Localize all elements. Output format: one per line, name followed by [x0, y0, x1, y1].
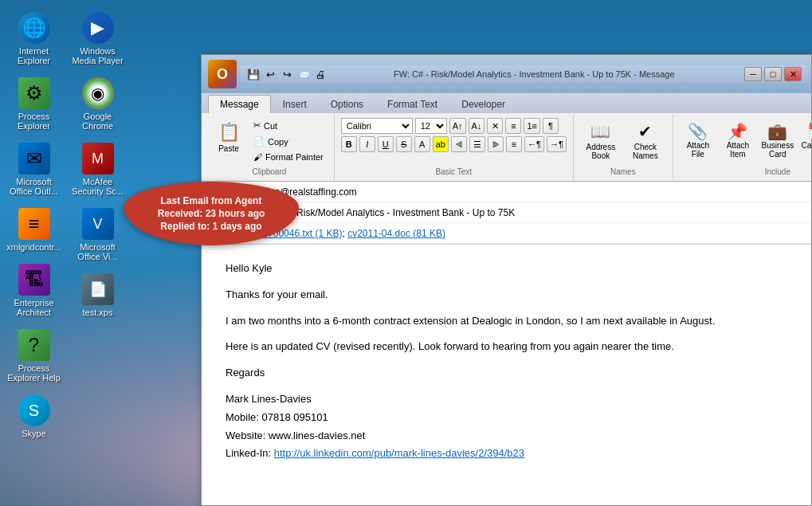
business-card-button[interactable]: 💼 Business Card — [759, 118, 796, 163]
copy-icon: 📄 — [253, 136, 265, 147]
testxps-label: test.xps — [70, 308, 126, 317]
office-vi-label: Microsoft Office Vi... — [70, 242, 126, 261]
office-logo[interactable]: O — [208, 60, 237, 88]
process-help-label: Process Explorer Help — [6, 363, 62, 382]
indent-increase-button[interactable]: →¶ — [547, 136, 567, 152]
justify-button[interactable]: ≡ — [506, 136, 522, 152]
outlook-label: Microsoft Office Outl... — [6, 177, 62, 196]
attached-row: Attached: ATT00046.txt (1 KB); cv2011-04… — [202, 223, 811, 244]
to-field[interactable]: k.kearns@realstaffing.com — [244, 186, 805, 198]
font-row-1: Calibri 12 A↑ A↓ ✕ ≡ 1≡ ¶ — [341, 118, 567, 134]
style-button[interactable]: ¶ — [543, 118, 559, 134]
sidebar-item-process-help[interactable]: ? Process Explorer Help — [4, 325, 64, 386]
regards: Regards — [226, 365, 787, 382]
quick-print-button[interactable]: 🖨 — [313, 67, 328, 81]
bold-button[interactable]: B — [341, 136, 357, 152]
subject-field[interactable]: FW: C# - Risk/Model Analytics - Investme… — [256, 207, 805, 218]
ribbon: Message Insert Options Format Text Devel… — [202, 93, 811, 182]
sidebar-item-process-explorer[interactable]: ⚙ Process Explorer — [4, 73, 64, 135]
maximize-button[interactable]: □ — [764, 67, 782, 81]
copy-button[interactable]: 📄 Copy — [249, 134, 328, 149]
testxps-icon: 📄 — [82, 273, 114, 305]
sidebar-item-enterprise-architect[interactable]: 🏗 Enterprise Architect — [4, 260, 64, 321]
mcafee-icon: M — [82, 143, 114, 175]
include-group: 📎 Attach File 📌 Attach Item 💼 Business C… — [673, 115, 812, 179]
mcafee-label: McAfee Security Sc... — [70, 177, 126, 196]
sidebar-item-internet-explorer[interactable]: 🌐 Internet Explorer — [4, 8, 64, 69]
number-list-button[interactable]: 1≡ — [524, 118, 540, 134]
cut-button[interactable]: ✂ Cut — [249, 118, 328, 133]
attach-file-icon: 📎 — [688, 122, 708, 141]
attach-item-button[interactable]: 📌 Attach Item — [720, 118, 756, 163]
sidebar-item-chrome[interactable]: ◉ Google Chrome — [68, 73, 127, 135]
grow-font-button[interactable]: A↑ — [449, 118, 466, 134]
align-right-button[interactable]: ⫸ — [488, 136, 504, 152]
sig-mobile: Mobile: 07818 095101 — [226, 410, 787, 426]
align-center-button[interactable]: ☰ — [469, 136, 485, 152]
attachment-2[interactable]: cv2011-04.doc (81 KB) — [347, 228, 445, 239]
highlight-button[interactable]: ab — [433, 136, 449, 152]
shrink-font-button[interactable]: A↓ — [469, 118, 485, 134]
include-label: Include — [765, 164, 790, 176]
save-button[interactable]: 💾 — [246, 67, 261, 81]
tab-format-text[interactable]: Format Text — [375, 95, 449, 113]
redo-button[interactable]: ↪ — [280, 67, 294, 81]
sidebar-item-xml[interactable]: ≡ xmlgridcontr... — [4, 204, 64, 256]
names-group-content: 📖 Address Book ✔ Check Names — [580, 118, 666, 164]
sig-linkedin: Linked-In: http://uk.linkedin.com/pub/ma… — [226, 445, 787, 462]
tab-message[interactable]: Message — [208, 95, 271, 113]
ribbon-tabs: Message Insert Options Format Text Devel… — [202, 93, 811, 113]
calendar-button[interactable]: 📅 Calendar — [799, 118, 812, 154]
sidebar-item-outlook[interactable]: ✉ Microsoft Office Outl... — [4, 139, 64, 200]
align-left-button[interactable]: ⫷ — [451, 136, 467, 152]
chrome-label: Google Chrome — [70, 112, 126, 131]
indent-decrease-button[interactable]: ←¶ — [524, 136, 544, 152]
windows-media-icon: ▶ — [82, 12, 114, 44]
process-explorer-label: Process Explorer — [6, 112, 62, 131]
tab-options[interactable]: Options — [319, 95, 375, 113]
thanks-line: Thanks for your email. — [226, 287, 787, 304]
basic-text-group: Calibri 12 A↑ A↓ ✕ ≡ 1≡ ¶ — [335, 115, 574, 179]
sidebar-item-skype[interactable]: S Skype — [4, 390, 64, 442]
italic-button[interactable]: I — [359, 136, 375, 152]
tab-insert[interactable]: Insert — [271, 95, 319, 113]
sidebar-item-office-vi[interactable]: V Microsoft Office Vi... — [68, 204, 127, 265]
close-button[interactable]: ✕ — [784, 67, 802, 81]
undo-button[interactable]: ↩ — [263, 67, 277, 81]
internet-explorer-icon: 🌐 — [18, 12, 50, 44]
check-names-button[interactable]: ✔ Check Names — [625, 118, 666, 164]
sidebar-item-windows-media[interactable]: ▶ Windows Media Player — [68, 8, 127, 69]
clear-format-button[interactable]: ✕ — [487, 118, 503, 134]
cut-icon: ✂ — [253, 120, 261, 131]
desktop: 🌐 Internet Explorer ⚙ Process Explorer ✉… — [0, 0, 812, 506]
names-label: Names — [610, 164, 636, 176]
skype-icon: S — [18, 394, 50, 426]
attach-file-button[interactable]: 📎 Attach File — [680, 118, 716, 163]
address-book-icon: 📖 — [590, 122, 610, 141]
sidebar-item-testxps[interactable]: 📄 test.xps — [68, 269, 127, 321]
format-painter-button[interactable]: 🖌 Format Painter — [249, 150, 328, 164]
send-button[interactable]: 📨 — [296, 67, 311, 81]
tab-developer[interactable]: Developer — [449, 95, 517, 113]
body-line-2: Here is an updated CV (revised recently)… — [226, 339, 787, 355]
business-card-icon: 💼 — [767, 122, 787, 141]
bullet-list-button[interactable]: ≡ — [505, 118, 521, 134]
enterprise-architect-icon: 🏗 — [18, 264, 50, 296]
underline-button[interactable]: U — [378, 136, 394, 152]
tooltip-line3: Replied to: 1 days ago — [160, 221, 261, 232]
minimize-button[interactable]: ─ — [744, 67, 762, 81]
font-family-select[interactable]: Calibri — [341, 118, 413, 134]
linkedin-link[interactable]: http://uk.linkedin.com/pub/mark-lines-da… — [274, 447, 524, 459]
paste-button[interactable]: 📋 Paste — [211, 118, 246, 158]
font-color-button[interactable]: A — [414, 136, 430, 152]
attached-field: ATT00046.txt (1 KB); cv2011-04.doc (81 K… — [256, 228, 805, 239]
address-book-button[interactable]: 📖 Address Book — [580, 118, 622, 164]
font-size-select[interactable]: 12 — [415, 118, 447, 134]
ribbon-content: 📋 Paste ✂ Cut 📄 Copy — [202, 113, 811, 181]
windows-media-label: Windows Media Player — [70, 46, 126, 65]
sidebar-item-mcafee[interactable]: M McAfee Security Sc... — [68, 139, 127, 200]
body-line-1: I am two months into a 6-month contract … — [226, 313, 787, 330]
clipboard-label: Clipboard — [252, 164, 286, 176]
strikethrough-button[interactable]: S — [396, 136, 412, 152]
email-body[interactable]: Hello Kyle Thanks for your email. I am t… — [202, 245, 811, 505]
